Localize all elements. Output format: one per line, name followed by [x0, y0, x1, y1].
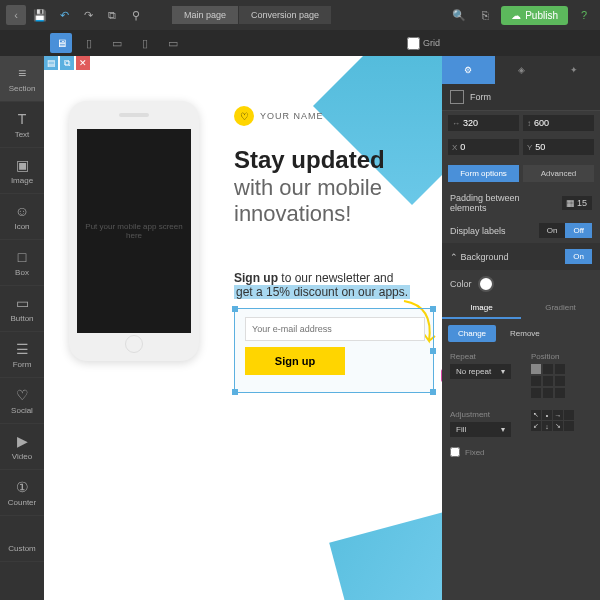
copy-icon[interactable]: ⧉ [102, 5, 122, 25]
device-mobile-landscape[interactable]: ▭ [162, 33, 184, 53]
device-tablet-landscape[interactable]: ▭ [106, 33, 128, 53]
link-icon[interactable]: ⚲ [126, 5, 146, 25]
prop-tab-style[interactable]: ✦ [547, 56, 600, 84]
signup-text[interactable]: Sign up to our newsletter and get a 15% … [234, 271, 442, 299]
adjustment-label: Adjustment [450, 410, 511, 419]
email-field[interactable] [245, 317, 425, 341]
section-icon: ≡ [13, 64, 31, 82]
headline[interactable]: Stay updated with our mobile innovations… [234, 146, 434, 228]
video-icon: ▶ [13, 432, 31, 450]
back-button[interactable]: ‹ [6, 5, 26, 25]
form-options-button[interactable]: Form options [448, 165, 519, 182]
color-swatch[interactable] [478, 276, 494, 292]
form-icon: ☰ [13, 340, 31, 358]
counter-icon: ① [13, 478, 31, 496]
signup-button[interactable]: Sign up [245, 347, 345, 375]
icon-icon: ☺ [13, 202, 31, 220]
fixed-checkbox[interactable]: Fixed [442, 441, 600, 463]
tool-button[interactable]: ▭Button [0, 286, 44, 332]
x-input[interactable]: X0 [448, 139, 519, 155]
social-icon: ♡ [13, 386, 31, 404]
padding-label: Padding between elements [450, 193, 530, 213]
prop-tab-settings[interactable]: ⚙ [442, 56, 495, 84]
undo-button[interactable]: ↶ [54, 5, 74, 25]
element-title: Form [442, 84, 600, 111]
brand-name[interactable]: YOUR NAME [260, 111, 324, 121]
button-icon: ▭ [13, 294, 31, 312]
tool-social[interactable]: ♡Social [0, 378, 44, 424]
tool-section[interactable]: ≡Section [0, 56, 44, 102]
search-icon[interactable]: 🔍 [449, 5, 469, 25]
tool-box[interactable]: □Box [0, 240, 44, 286]
repeat-label: Repeat [450, 352, 511, 361]
headline-sub1: with our mobile [234, 175, 434, 201]
export-icon[interactable]: ⎘ [475, 5, 495, 25]
custom-icon [13, 524, 31, 542]
change-button[interactable]: Change [448, 325, 496, 342]
image-icon: ▣ [13, 156, 31, 174]
tab-main-page[interactable]: Main page [172, 6, 239, 24]
gradient-tab[interactable]: Gradient [521, 298, 600, 319]
canvas[interactable]: ▤ ⧉ ✕ Put your mobile app screen here ♡ … [44, 56, 442, 600]
background-section[interactable]: ⌃ Background On [442, 243, 600, 270]
prop-tab-layers[interactable]: ◈ [495, 56, 548, 84]
selected-text: get a 15% discount on our apps. [234, 285, 410, 299]
position-grid[interactable] [531, 364, 571, 398]
y-input[interactable]: Y50 [523, 139, 594, 155]
device-mobile[interactable]: ▯ [134, 33, 156, 53]
mark-icon[interactable]: ▤ [44, 56, 58, 70]
tool-form[interactable]: ☰Form [0, 332, 44, 378]
advanced-button[interactable]: Advanced [523, 165, 594, 182]
publish-button[interactable]: ☁Publish [501, 6, 568, 25]
image-tab[interactable]: Image [442, 298, 521, 319]
color-label: Color [450, 279, 472, 289]
redo-button[interactable]: ↷ [78, 5, 98, 25]
brand-row: ♡ YOUR NAME [234, 106, 324, 126]
mark-icon[interactable]: ✕ [76, 56, 90, 70]
help-icon[interactable]: ? [574, 5, 594, 25]
save-icon[interactable]: 💾 [30, 5, 50, 25]
form-element-selected[interactable]: Sign up Add line ▾ [234, 308, 434, 393]
tool-image[interactable]: ▣Image [0, 148, 44, 194]
device-tablet[interactable]: ▯ [78, 33, 100, 53]
repeat-select[interactable]: No repeat▾ [450, 364, 511, 379]
text-icon: T [13, 110, 31, 128]
position-label: Position [531, 352, 592, 361]
device-desktop[interactable]: 🖥 [50, 33, 72, 53]
heart-icon: ♡ [234, 106, 254, 126]
width-input[interactable]: ↔320 [448, 115, 519, 131]
headline-bold: Stay updated [234, 146, 434, 175]
tool-counter[interactable]: ①Counter [0, 470, 44, 516]
tool-icon[interactable]: ☺Icon [0, 194, 44, 240]
tool-text[interactable]: TText [0, 102, 44, 148]
phone-mockup[interactable]: Put your mobile app screen here [69, 101, 199, 361]
display-labels-label: Display labels [450, 226, 506, 236]
remove-button[interactable]: Remove [500, 325, 550, 342]
headline-sub2: innovations! [234, 201, 434, 227]
device-bar: 🖥 ▯ ▭ ▯ ▭ Grid [0, 30, 600, 56]
top-toolbar: ‹ 💾 ↶ ↷ ⧉ ⚲ Main page Conversion page 🔍 … [0, 0, 600, 30]
height-input[interactable]: ↕600 [523, 115, 594, 131]
grid-toggle[interactable]: Grid [407, 37, 440, 50]
page-tabs: Main page Conversion page [172, 6, 332, 24]
tool-sidebar: ≡SectionTText▣Image☺Icon□Box▭Button☰Form… [0, 56, 44, 600]
form-icon [450, 90, 464, 104]
arrow-grid[interactable]: ↖•→↙↓↘ [531, 410, 575, 431]
tool-custom[interactable]: Custom [0, 516, 44, 562]
selection-marks: ▤ ⧉ ✕ [44, 56, 90, 70]
cloud-icon: ☁ [511, 10, 521, 21]
mark-icon[interactable]: ⧉ [60, 56, 74, 70]
properties-panel: ⚙ ◈ ✦ Form ↔320 ↕600 X0 Y50 Form options… [442, 56, 600, 600]
tab-conversion-page[interactable]: Conversion page [239, 6, 332, 24]
adjustment-select[interactable]: Fill▾ [450, 422, 511, 437]
tool-video[interactable]: ▶Video [0, 424, 44, 470]
box-icon: □ [13, 248, 31, 266]
phone-screen-placeholder: Put your mobile app screen here [77, 129, 191, 333]
padding-input[interactable]: ▦15 [562, 196, 592, 210]
display-labels-toggle[interactable]: OnOff [539, 223, 592, 238]
